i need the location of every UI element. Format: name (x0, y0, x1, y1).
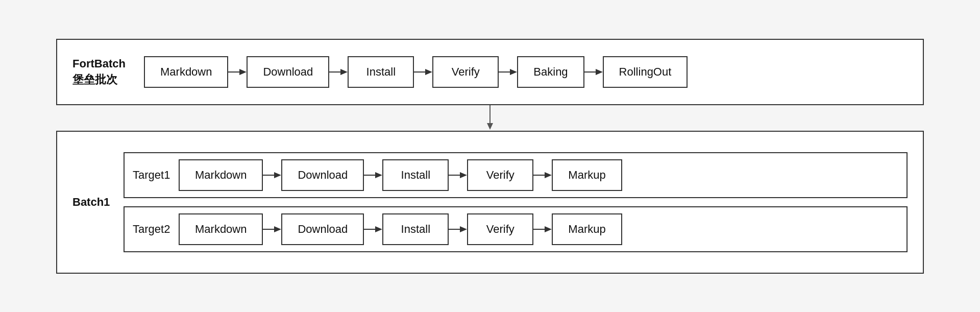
arrow-icon (449, 171, 467, 180)
target2-step-install: Install (382, 213, 449, 245)
svg-marker-9 (596, 69, 603, 75)
fortbatch-pipeline: Markdown Download Install Verify Baking … (144, 56, 908, 88)
svg-marker-3 (340, 69, 348, 75)
target-row-2: Target2Markdown Download Install Verify … (124, 206, 908, 252)
target-label-1: Target1 (133, 169, 179, 182)
svg-marker-7 (510, 69, 517, 75)
arrow-icon (263, 225, 281, 234)
target1-step-download: Download (281, 159, 364, 191)
target-row-1: Target1Markdown Download Install Verify … (124, 152, 908, 198)
arrow-icon (364, 171, 382, 180)
batch1-label: Batch1 (72, 196, 113, 209)
target1-step-markdown: Markdown (179, 159, 263, 191)
fortbatch-step-rollingout: RollingOut (603, 56, 688, 88)
fortbatch-step-install: Install (348, 56, 414, 88)
target2-step-download: Download (281, 213, 364, 245)
page-container: FortBatch 堡垒批次 Markdown Download Install… (0, 29, 980, 284)
batch1-targets: Target1Markdown Download Install Verify … (124, 152, 908, 252)
fortbatch-subtitle: 堡垒批次 (72, 72, 134, 88)
svg-marker-5 (425, 69, 432, 75)
arrow-icon (533, 171, 552, 180)
target1-step-verify: Verify (467, 159, 533, 191)
arrow-icon (449, 225, 467, 234)
svg-marker-21 (274, 226, 281, 232)
batch1-box: Batch1 Target1Markdown Download Install … (56, 131, 924, 274)
svg-marker-17 (460, 172, 467, 178)
target2-step-markdown: Markdown (179, 213, 263, 245)
vertical-connector (485, 105, 495, 131)
fortbatch-title: FortBatch (72, 56, 134, 72)
svg-marker-25 (460, 226, 467, 232)
target1-step-install: Install (382, 159, 449, 191)
target2-step-markup: Markup (552, 213, 622, 245)
arrow-icon (414, 67, 432, 77)
fortbatch-box: FortBatch 堡垒批次 Markdown Download Install… (56, 39, 924, 105)
svg-marker-13 (274, 172, 281, 178)
arrow-icon (263, 171, 281, 180)
target-steps-1: Markdown Download Install Verify Markup (179, 159, 622, 191)
fortbatch-step-baking: Baking (517, 56, 584, 88)
svg-marker-11 (487, 123, 493, 130)
svg-marker-15 (375, 172, 382, 178)
arrow-icon (364, 225, 382, 234)
target-label-2: Target2 (133, 223, 179, 236)
svg-marker-27 (545, 226, 552, 232)
arrow-icon (329, 67, 348, 77)
target-steps-2: Markdown Download Install Verify Markup (179, 213, 622, 245)
svg-marker-1 (239, 69, 247, 75)
fortbatch-step-markdown: Markdown (144, 56, 228, 88)
fortbatch-step-download: Download (247, 56, 329, 88)
arrow-icon (584, 67, 603, 77)
arrow-icon (228, 67, 247, 77)
target1-step-markup: Markup (552, 159, 622, 191)
arrow-icon (533, 225, 552, 234)
fortbatch-label: FortBatch 堡垒批次 (72, 56, 134, 88)
arrow-icon (499, 67, 517, 77)
svg-marker-23 (375, 226, 382, 232)
fortbatch-step-verify: Verify (432, 56, 499, 88)
target2-step-verify: Verify (467, 213, 533, 245)
svg-marker-19 (545, 172, 552, 178)
